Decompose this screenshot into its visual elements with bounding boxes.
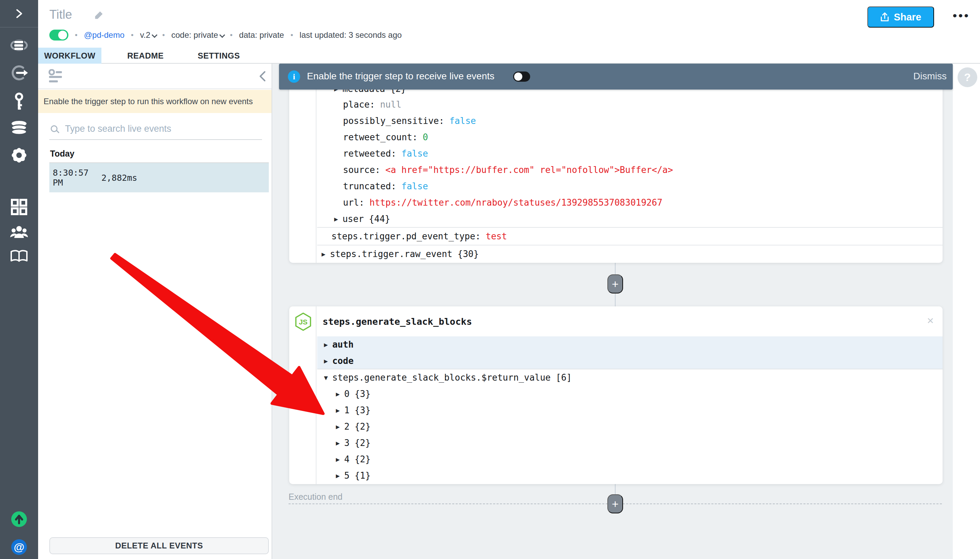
step-auth-code-group: ▶auth▶code <box>317 336 942 369</box>
sidebar-community-icon[interactable] <box>0 223 38 240</box>
json-value: false <box>401 181 428 191</box>
search-icon <box>51 125 58 132</box>
json-expandable-row[interactable]: ▶5{1} <box>317 467 942 484</box>
tab-readme[interactable]: README <box>114 48 177 64</box>
close-step-icon[interactable]: × <box>927 314 934 326</box>
step-name[interactable]: steps.generate_slack_blocks <box>323 316 472 327</box>
add-step-button[interactable]: + <box>607 275 623 293</box>
step-card-gutter: JS <box>289 306 317 484</box>
trigger-json-viewer: ▶metadata{2}place:nullpossibly_sensitive… <box>317 81 942 263</box>
sidebar-docs-book-icon[interactable] <box>0 248 38 265</box>
json-child-count: {3} <box>355 405 371 415</box>
expand-triangle-icon[interactable]: ▶ <box>324 357 328 365</box>
tab-settings[interactable]: SETTINGS <box>184 48 254 64</box>
app-sidebar: @ <box>0 0 38 559</box>
expand-triangle-icon[interactable]: ▶ <box>336 390 340 398</box>
delete-all-events-button[interactable]: DELETE ALL EVENTS <box>49 537 269 554</box>
json-expandable-row[interactable]: ▶1{3} <box>317 402 942 418</box>
workflow-active-toggle[interactable] <box>49 30 68 41</box>
toggle-knob <box>58 31 67 40</box>
json-key: 5 <box>344 470 350 481</box>
tab-workflow[interactable]: WORKFLOW <box>38 48 101 64</box>
sidebar-expand-chevron-icon[interactable] <box>0 6 38 21</box>
expand-triangle-icon[interactable]: ▶ <box>336 455 340 463</box>
more-options-button[interactable]: ••• <box>953 9 970 22</box>
expand-triangle-icon[interactable]: ▶ <box>336 439 340 447</box>
json-expandable-row[interactable]: ▶user{44} <box>317 211 942 227</box>
json-value: https://twitter.com/nraboy/statuses/1392… <box>370 197 663 208</box>
workspace-link[interactable]: @pd-demo <box>84 30 125 40</box>
json-child-count: {44} <box>369 214 390 224</box>
trigger-notice-banner: Enable the trigger step to run this work… <box>38 90 272 113</box>
collapse-triangle-icon[interactable]: ▼ <box>324 374 328 381</box>
json-expandable-row[interactable]: ▶code <box>317 353 942 369</box>
search-live-events[interactable]: Type to search live events <box>49 118 262 140</box>
help-button[interactable]: ? <box>957 68 977 87</box>
expand-triangle-icon[interactable]: ▶ <box>324 341 328 348</box>
expand-triangle-icon[interactable]: ▶ <box>336 423 340 430</box>
sidebar-event-sources-icon[interactable] <box>0 64 38 82</box>
json-leaf-row: possibly_sensitive:false <box>317 113 942 129</box>
sidebar-workflows-icon[interactable] <box>0 36 38 54</box>
page-header: Title Share ••• • @pd-demo • v.2 • code:… <box>38 0 980 48</box>
sidebar-mentions-at-icon[interactable]: @ <box>0 539 38 555</box>
dismiss-banner-button[interactable]: Dismiss <box>913 71 947 82</box>
json-expandable-row[interactable]: ▶steps.trigger.raw_event{30} <box>317 245 942 263</box>
event-list-item-selected[interactable]: 8:30:57 PM 2,882ms <box>49 163 269 192</box>
sidebar-settings-gear-icon[interactable] <box>0 146 38 164</box>
json-value: false <box>449 116 476 126</box>
code-visibility-dropdown[interactable]: code: private <box>171 30 223 40</box>
json-expandable-row[interactable]: ▶auth <box>317 336 942 353</box>
expand-triangle-icon[interactable]: ▶ <box>336 407 340 414</box>
separator-dot: • <box>230 31 233 40</box>
live-events-toggle[interactable] <box>513 71 530 82</box>
json-expandable-row[interactable]: ▶0{3} <box>317 386 942 402</box>
json-key: 1 <box>344 405 350 415</box>
data-visibility-label: data: private <box>239 30 284 40</box>
collapse-panel-chevron-icon[interactable] <box>259 71 266 82</box>
json-child-count: {30} <box>457 249 479 259</box>
json-expandable-row[interactable]: ▶2{2} <box>317 418 942 435</box>
sidebar-keys-icon[interactable] <box>0 92 38 110</box>
json-key: retweet_count: <box>343 132 417 142</box>
toggle-knob <box>514 73 522 81</box>
workflow-meta-row: • @pd-demo • v.2 • code: private • data:… <box>49 29 402 41</box>
json-expandable-row[interactable]: ▶3{2} <box>317 435 942 451</box>
nodejs-icon: JS <box>294 312 313 331</box>
add-step-button-end[interactable]: + <box>607 495 623 513</box>
json-key: source: <box>343 165 380 175</box>
json-key: 2 <box>344 422 350 432</box>
banner-message: Enable the trigger step to receive live … <box>307 71 495 82</box>
json-expandable-row[interactable]: ▼steps.generate_slack_blocks.$return_val… <box>317 369 942 386</box>
trigger-step-card: ▶metadata{2}place:nullpossibly_sensitive… <box>289 81 942 263</box>
info-icon: i <box>288 71 300 83</box>
json-child-count: {3} <box>355 389 371 399</box>
workflow-canvas: ▶metadata{2}place:nullpossibly_sensitive… <box>272 64 953 559</box>
json-key: possibly_sensitive: <box>343 116 444 126</box>
expand-triangle-icon[interactable]: ▶ <box>334 215 338 223</box>
edit-title-pencil-icon[interactable] <box>94 10 104 21</box>
filter-events-icon[interactable] <box>48 69 64 84</box>
event-time: 8:30:57 PM <box>53 168 98 188</box>
search-placeholder: Type to search live events <box>65 124 171 134</box>
json-key: auth <box>332 339 353 350</box>
json-child-count: {2} <box>355 438 371 448</box>
sidebar-data-stores-icon[interactable] <box>0 119 38 136</box>
sidebar-upgrade-arrow-icon[interactable] <box>0 511 38 528</box>
json-key: 4 <box>344 454 350 464</box>
workflow-title[interactable]: Title <box>49 8 72 22</box>
separator-dot: • <box>75 31 78 40</box>
pipedream-workflow-app: @ Title Share ••• • @pd-demo • v.2 • cod… <box>0 0 980 559</box>
share-button[interactable]: Share <box>867 7 934 28</box>
expand-triangle-icon[interactable]: ▶ <box>336 472 340 480</box>
share-button-label: Share <box>894 12 921 23</box>
sidebar-apps-grid-icon[interactable] <box>0 198 38 216</box>
version-dropdown[interactable]: v.2 <box>140 30 156 40</box>
json-key: steps.generate_slack_blocks.$return_valu… <box>332 372 551 383</box>
expand-triangle-icon[interactable]: ▶ <box>322 250 325 258</box>
json-value: 0 <box>422 132 428 142</box>
json-key: retweeted: <box>343 149 396 159</box>
json-expandable-row[interactable]: ▶4{2} <box>317 451 942 467</box>
json-key: 0 <box>344 389 350 399</box>
json-key: steps.trigger.pd_event_type: <box>332 231 480 241</box>
